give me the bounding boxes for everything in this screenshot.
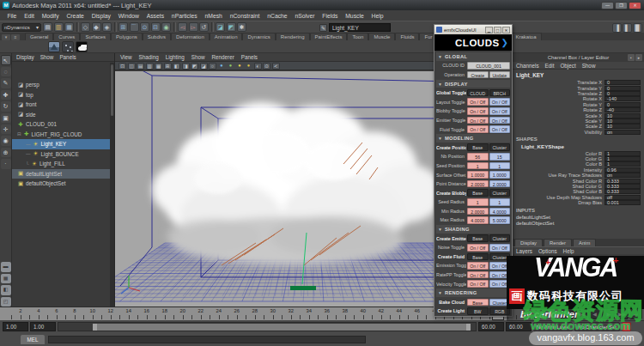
quick-rename-input[interactable]: Light_KEY [329, 23, 391, 32]
channel-value[interactable]: 10 [605, 118, 641, 124]
frame-tick[interactable] [264, 315, 264, 319]
grid-toggle-icon[interactable]: ▦ [155, 63, 162, 70]
frame-tick[interactable] [372, 315, 373, 319]
menu-ncache[interactable]: nCache [264, 13, 291, 19]
channel-menu-object[interactable]: Object [560, 63, 575, 69]
clouds-maximize-button[interactable]: ▢ [494, 27, 501, 33]
channel-menu-channels[interactable]: Channels [516, 63, 539, 69]
viewport-menu-show[interactable]: Show [191, 54, 205, 60]
minimize-button[interactable]: — [601, 2, 614, 9]
layer-tab-render[interactable]: Render [544, 239, 572, 246]
range-slider-handle[interactable] [93, 324, 471, 331]
section-display[interactable]: ▼DISPLAY [436, 80, 510, 88]
lasso-tool-icon[interactable]: ◌ [1, 67, 11, 76]
create-blobby-base[interactable]: Base [467, 189, 489, 197]
frame-tick[interactable] [237, 315, 238, 319]
frame-tick[interactable] [345, 315, 346, 319]
resolution-gate-icon[interactable]: ◧ [173, 63, 180, 70]
outliner-item-side[interactable]: ◪side [12, 110, 110, 120]
layout-toggle-base[interactable]: On / Off [467, 98, 489, 106]
outliner-item-light-rig-cloud[interactable]: ⊟✚LIGHT_RIG_CLOUD [12, 130, 110, 140]
frame-tick[interactable] [210, 315, 210, 319]
seed-position-cluster[interactable]: 1 [489, 162, 511, 170]
camera-attributes-icon[interactable]: ◫ [128, 63, 136, 70]
command-line-input[interactable] [48, 336, 366, 343]
outliner-menu-display[interactable]: Display [16, 54, 34, 60]
last-tool-icon[interactable]: · [1, 159, 11, 168]
frame-tick[interactable] [282, 315, 283, 319]
shelf-tab-fluids[interactable]: Fluids [395, 33, 419, 40]
plugin-shelf-icon[interactable]: ≺ [272, 63, 280, 70]
frame-tick[interactable] [21, 315, 21, 319]
channel-value[interactable]: 1 [605, 161, 641, 167]
emission-toggle-base[interactable]: On / Off [467, 262, 489, 270]
xray-icon[interactable]: ◐ [254, 63, 262, 70]
layout-toggle-cluster[interactable]: On / Off [489, 98, 511, 106]
frame-tick[interactable] [417, 315, 418, 319]
input-connections-icon[interactable]: ◅ [178, 22, 187, 32]
emitter-toggle-base[interactable]: On / Off [467, 117, 489, 124]
four-pane-layout-icon[interactable]: ▦ [1, 274, 11, 283]
outliner-item-defaultobjectset[interactable]: ▣defaultObjectSet [12, 179, 110, 189]
menu-nparticles[interactable]: nParticles [167, 13, 201, 19]
nb-position-base[interactable]: 56 [467, 153, 489, 161]
channel-value[interactable]: 1 [605, 156, 641, 161]
surface-offset-base[interactable]: 1.0000 [467, 171, 489, 179]
frame-tick[interactable] [336, 315, 337, 319]
shape-node-name[interactable]: Light_KEYShape [513, 143, 644, 150]
blobby-toggle-cluster[interactable]: On / Off [489, 107, 511, 115]
tool-settings-toggle-icon[interactable]: ▌ [623, 23, 632, 33]
select-hierarchy-icon[interactable]: ◇ [81, 22, 90, 32]
menu-edit[interactable]: Edit [21, 13, 39, 19]
channel-menu-show[interactable]: Show [582, 63, 596, 69]
textured-mode-icon[interactable]: ● [227, 63, 234, 70]
outliner-menu-show[interactable]: Show [40, 54, 54, 60]
section-global[interactable]: ▼GLOBAL [436, 52, 510, 61]
outliner-item-front[interactable]: ◪front [12, 100, 110, 110]
menu-assets[interactable]: Assets [143, 13, 167, 19]
film-gate-icon[interactable]: ⊞ [164, 63, 172, 70]
frame-tick[interactable] [390, 315, 391, 319]
show-manip-tool-icon[interactable]: ⊕ [1, 148, 11, 157]
shelf-tab-krakatoa[interactable]: Krakatoa [511, 33, 542, 40]
attribute-editor-toggle-icon[interactable]: ▐ [612, 23, 622, 33]
shelf-tab-deformation[interactable]: Deformation [171, 33, 210, 40]
frame-tick[interactable] [309, 315, 310, 319]
frame-tick[interactable] [354, 315, 355, 319]
bake-cloud-base[interactable]: Base [467, 299, 489, 307]
outliner-item-top[interactable]: ◪top [12, 90, 110, 100]
frame-tick[interactable] [201, 315, 202, 319]
cloud-id-field[interactable]: CLOUD_001 [467, 62, 510, 70]
frame-tick[interactable] [191, 315, 192, 319]
snap-point-icon[interactable]: ⊙ [140, 22, 149, 32]
outliner-item-defaultlightset[interactable]: ▣defaultLightSet [12, 169, 110, 179]
blobby-toggle-base[interactable]: On / Off [467, 107, 489, 115]
fluid-toggle-base[interactable]: On / Off [467, 125, 489, 133]
section-rendering[interactable]: ▼RENDERING [436, 288, 510, 297]
frame-tick[interactable] [47, 315, 48, 319]
create-position-base[interactable]: Base [467, 143, 489, 151]
frame-tick[interactable] [255, 315, 256, 319]
noise-toggle-cluster[interactable]: On / Off [489, 244, 511, 252]
frame-tick[interactable] [83, 315, 84, 319]
pin-panel-icon[interactable]: ▪ [628, 54, 635, 61]
render-settings-icon[interactable]: ✱ [237, 22, 246, 32]
frame-tick[interactable] [101, 315, 102, 319]
image-plane-icon[interactable]: ▥ [146, 63, 154, 70]
clouds-minimize-button[interactable]: ▁ [485, 27, 493, 33]
velocity-toggle-base[interactable]: On / Off [467, 280, 489, 288]
close-button[interactable]: ✕ [629, 2, 641, 9]
frame-tick[interactable] [93, 315, 94, 319]
frame-tick[interactable] [11, 315, 12, 319]
range-start-handle[interactable] [93, 324, 97, 331]
playback-start-field[interactable]: 1.00 [30, 322, 56, 331]
min-radius-cluster[interactable]: 4.0000 [489, 208, 511, 215]
channel-value[interactable]: 10 [605, 113, 641, 118]
surface-offset-cluster[interactable]: 1.0000 [489, 171, 511, 179]
mel-tab[interactable]: MEL [21, 335, 45, 344]
make-live-icon[interactable]: ◉ [161, 22, 171, 32]
outliner-scrollbar[interactable] [110, 63, 114, 307]
select-component-icon[interactable]: ◈ [102, 22, 112, 32]
frame-tick[interactable] [137, 315, 138, 319]
shelf-tab-surfaces[interactable]: Surfaces [80, 33, 111, 40]
